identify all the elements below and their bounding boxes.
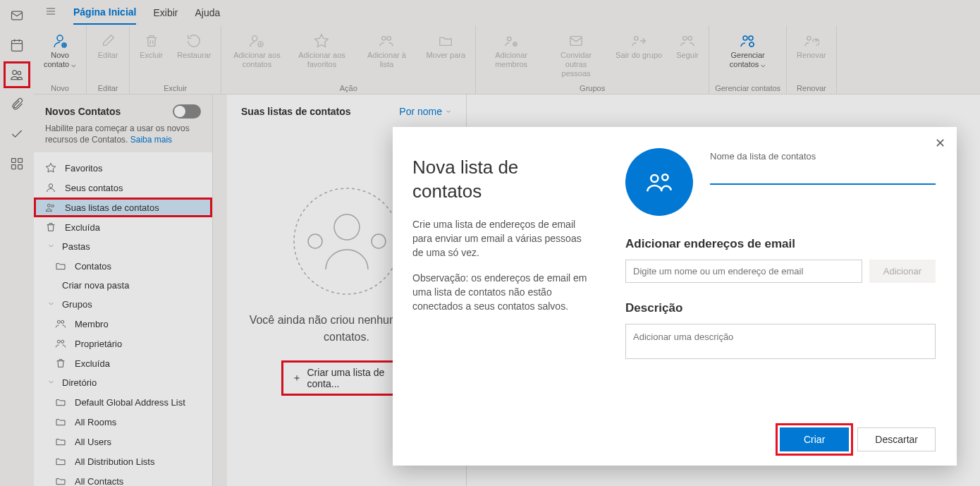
svg-point-35 — [651, 175, 658, 182]
email-input[interactable] — [625, 260, 862, 283]
name-label: Nome da lista de contatos — [710, 151, 936, 162]
avatar — [625, 148, 693, 216]
create-button[interactable]: Criar — [780, 427, 849, 451]
desc-title: Descrição — [625, 301, 936, 315]
modal-overlay: Nova lista de contatos Crie uma lista de… — [0, 0, 980, 486]
modal-title: Nova lista de contatos — [412, 155, 592, 203]
modal-desc2: Observação: os endereços de email em uma… — [412, 271, 592, 313]
discard-button[interactable]: Descartar — [857, 427, 936, 451]
list-name-input[interactable] — [710, 166, 936, 185]
close-icon[interactable]: ✕ — [935, 135, 945, 151]
new-list-modal: Nova lista de contatos Crie uma lista de… — [393, 127, 957, 466]
svg-point-36 — [662, 174, 668, 180]
add-email-button[interactable]: Adicionar — [869, 260, 936, 283]
modal-desc1: Crie uma lista de endereços de email par… — [412, 217, 592, 260]
description-input[interactable] — [625, 324, 936, 359]
add-emails-title: Adicionar endereços de email — [625, 237, 936, 251]
